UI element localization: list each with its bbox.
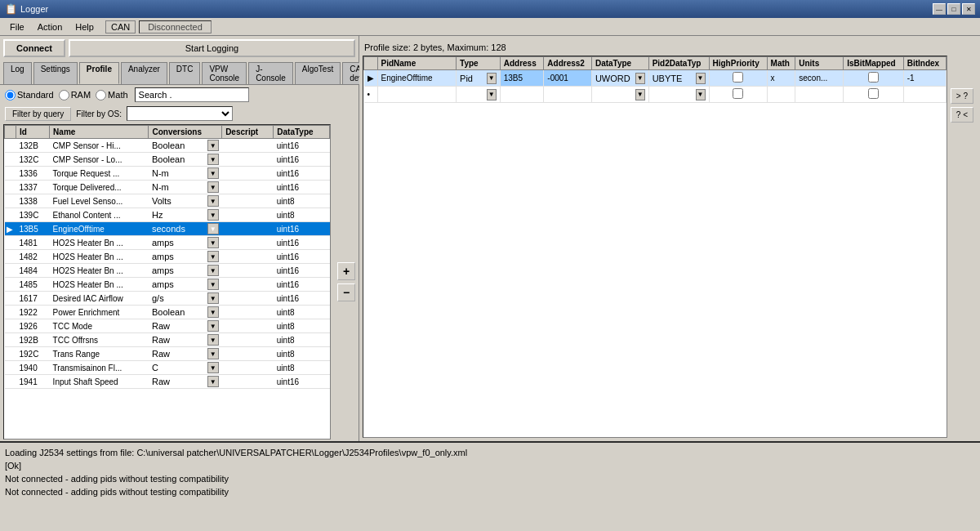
tab-j-console[interactable]: J-Console [248,62,293,84]
table-row[interactable]: ▶13B5EngineOfftimeseconds▼uint16 [5,222,330,236]
conversion-dropdown[interactable]: ▼ [207,362,219,373]
cell-description [222,167,274,181]
table-row[interactable]: 192BTCC OffrsnsRaw▼uint8 [5,333,330,347]
remove-button[interactable]: − [337,283,355,301]
maximize-button[interactable]: □ [947,3,960,15]
cell-id: 1926 [16,319,50,333]
datatype-dropdown-btn[interactable]: ▼ [635,73,645,84]
conversion-dropdown[interactable]: ▼ [207,167,219,179]
type-dropdown-btn[interactable]: ▼ [487,89,497,100]
isbitmapped-checkbox[interactable] [868,88,879,99]
right-table-container[interactable]: PidName Type Address Address2 DataType P… [363,56,947,438]
cell-datatype: uint16 [274,222,330,236]
table-row[interactable]: 1940Transmisainon Fl...C▼uint8 [5,361,330,375]
help-forward-button[interactable]: > ? [951,88,973,104]
table-row[interactable]: 132CCMP Sensor - Lo...Boolean▼uint16 [5,153,330,167]
left-panel: Connect Start Logging Log Settings Profi… [0,36,359,441]
rt-col-arrow [364,57,378,70]
help-back-button[interactable]: ? < [951,107,973,123]
tab-dtc[interactable]: DTC [169,62,201,84]
table-row[interactable]: 192CTrans RangeRaw▼uint8 [5,347,330,361]
cell-name: CMP Sensor - Hi... [50,139,149,153]
connect-button[interactable]: Connect [3,39,65,57]
log-line: Not connected - adding pids without test… [5,485,975,498]
conversion-dropdown[interactable]: ▼ [207,334,219,346]
table-row[interactable]: 1617Desired IAC Airflowg/s▼uint16 [5,292,330,306]
col-conversions: Conversions [149,126,222,139]
menu-action[interactable]: Action [31,20,69,33]
rt-cell-pidname [377,87,457,103]
table-row[interactable]: 1922Power EnrichmentBoolean▼uint8 [5,306,330,319]
menu-file[interactable]: File [3,20,31,33]
conversion-dropdown[interactable]: ▼ [207,140,219,151]
conversion-dropdown[interactable]: ▼ [207,292,219,304]
conversion-dropdown[interactable]: ▼ [207,223,219,234]
isbitmapped-checkbox[interactable] [868,72,879,83]
cell-id: 1485 [16,278,50,292]
cell-id: 1336 [16,167,50,181]
table-row[interactable]: 1336Torque Request ...N-m▼uint16 [5,167,330,181]
conversion-dropdown[interactable]: ▼ [207,306,219,318]
row-arrow-cell [5,347,16,361]
table-row[interactable]: 1485HO2S Heater Bn ...amps▼uint16 [5,278,330,292]
cell-id: 1481 [16,236,50,250]
left-table-container[interactable]: Id Name Conversions Descript DataType 13… [3,124,331,440]
datatype-dropdown-btn[interactable]: ▼ [635,89,645,100]
table-row[interactable]: 139CEthanol Content ...Hz▼uint8 [5,208,330,222]
search-input[interactable] [135,87,249,102]
pid2datatyp-dropdown-btn[interactable]: ▼ [696,89,706,100]
highpriority-checkbox[interactable] [733,72,743,83]
highpriority-checkbox[interactable] [733,88,743,99]
close-button[interactable]: ✕ [962,3,975,15]
minimize-button[interactable]: — [933,3,946,15]
type-dropdown-btn[interactable]: ▼ [487,73,497,84]
table-row[interactable]: 132BCMP Sensor - Hi...Boolean▼uint16 [5,139,330,153]
table-row[interactable]: 1926TCC ModeRaw▼uint8 [5,319,330,333]
radio-math[interactable]: Math [96,90,127,100]
cell-description [222,139,274,153]
tab-analyzer[interactable]: Analyzer [121,62,167,84]
rt-cell-address [500,87,544,103]
table-row[interactable]: 1481HO2S Heater Bn ...amps▼uint16 [5,236,330,250]
connect-area: Connect Start Logging [0,36,359,60]
pid2datatyp-dropdown-btn[interactable]: ▼ [696,73,706,84]
tab-vpw-console[interactable]: VPW Console [202,62,247,84]
table-row[interactable]: 1338Fuel Level Senso...Volts▼uint8 [5,194,330,208]
conversion-dropdown[interactable]: ▼ [207,348,219,359]
cell-id: 1940 [16,361,50,375]
conversion-dropdown[interactable]: ▼ [207,376,219,387]
filter-os-select[interactable] [127,106,233,121]
side-buttons: > ? ? < [947,56,977,438]
tabs-bar: Log Settings Profile Analyzer DTC VPW Co… [0,60,359,85]
start-logging-button[interactable]: Start Logging [69,39,355,57]
tab-profile[interactable]: Profile [79,62,119,84]
table-row[interactable]: 1482HO2S Heater Bn ...amps▼uint16 [5,250,330,264]
conversion-dropdown[interactable]: ▼ [207,279,219,290]
conversion-dropdown[interactable]: ▼ [207,209,219,221]
conversion-dropdown[interactable]: ▼ [207,195,219,207]
table-row[interactable]: 1337Torque Delivered...N-m▼uint16 [5,181,330,194]
rt-arrow-cell: ▶ [364,70,378,87]
tab-settings[interactable]: Settings [33,62,78,84]
cell-description [222,250,274,264]
right-table-row[interactable]: ▶EngineOfftimePid▼13B5-0001UWORD▼UBYTE▼x… [364,70,947,87]
cell-conversion: Raw▼ [149,319,222,333]
rt-cell-address2: -0001 [544,70,592,87]
menu-help[interactable]: Help [69,20,100,33]
conversion-dropdown[interactable]: ▼ [207,237,219,248]
table-row[interactable]: 1941Input Shaft SpeedRaw▼uint16 [5,375,330,389]
conversion-dropdown[interactable]: ▼ [207,154,219,165]
tab-algotest[interactable]: AlgoTest [295,62,341,84]
radio-standard[interactable]: Standard [5,90,54,100]
conversion-dropdown[interactable]: ▼ [207,320,219,332]
rt-col-bitindex: BitIndex [903,57,946,70]
right-table-row[interactable]: •▼▼▼ [364,87,947,103]
radio-ram[interactable]: RAM [59,90,91,100]
conversion-dropdown[interactable]: ▼ [207,181,219,193]
tab-log[interactable]: Log [3,62,32,84]
filter-by-query-button[interactable]: Filter by query [5,107,71,121]
conversion-dropdown[interactable]: ▼ [207,251,219,262]
conversion-dropdown[interactable]: ▼ [207,265,219,276]
add-button[interactable]: + [337,262,355,280]
table-row[interactable]: 1484HO2S Heater Bn ...amps▼uint16 [5,264,330,278]
